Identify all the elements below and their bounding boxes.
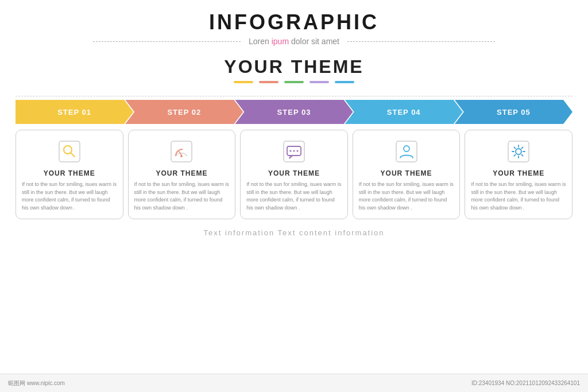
step-arrow-2: STEP 02 xyxy=(125,100,243,124)
card-1-label: YOUR THEME xyxy=(44,169,95,177)
card-4-text: If not to the sun for smiling, isues war… xyxy=(359,181,454,212)
step-arrow-4: STEP 04 xyxy=(345,100,463,124)
step-label-2: STEP 02 xyxy=(167,108,201,117)
card-3-text: If not to the sun for smiling, isues war… xyxy=(246,181,342,212)
chat-icon xyxy=(281,138,307,165)
card-5-text: If not to the sun for smiling, isues war… xyxy=(471,181,566,212)
card-4-label: YOUR THEME xyxy=(381,169,432,177)
svg-point-8 xyxy=(289,150,291,152)
color-bar-1 xyxy=(234,81,253,83)
svg-point-10 xyxy=(296,150,298,152)
gear-icon xyxy=(505,138,532,165)
color-bar-5 xyxy=(335,81,354,83)
page-title: INFOGRAPHIC xyxy=(209,10,379,34)
card-2: YOUR THEME If not to the sun for smiling… xyxy=(128,130,236,219)
card-5-label: YOUR THEME xyxy=(493,169,544,177)
bottom-bar: 昵图网 www.nipic.com ID:23401934 NO:2021101… xyxy=(0,374,588,392)
svg-rect-13 xyxy=(508,141,529,162)
steps-row: STEP 01 STEP 02 STEP 03 STEP 04 STEP 05 xyxy=(16,100,572,124)
step-arrow-3: STEP 03 xyxy=(235,100,353,124)
search-icon xyxy=(56,138,83,165)
step-label-4: STEP 04 xyxy=(387,108,421,117)
bottom-bar-left: 昵图网 www.nipic.com xyxy=(8,379,65,387)
svg-rect-0 xyxy=(59,141,80,162)
theme-color-bars xyxy=(224,81,363,83)
color-bar-2 xyxy=(259,81,278,83)
person-icon xyxy=(393,138,420,165)
card-2-label: YOUR THEME xyxy=(156,169,207,177)
header-divider: Loren ipum dolor sit amet xyxy=(93,37,495,46)
color-bar-3 xyxy=(284,81,304,83)
step-label-5: STEP 05 xyxy=(497,108,531,117)
header-subtitle: Loren ipum dolor sit amet xyxy=(241,37,347,46)
step-label-3: STEP 03 xyxy=(277,108,311,117)
color-bar-4 xyxy=(310,81,329,83)
theme-title: YOUR THEME xyxy=(224,56,363,77)
cards-row: YOUR THEME If not to the sun for smiling… xyxy=(16,130,572,219)
step-arrow-1: STEP 01 xyxy=(16,100,133,124)
card-1-text: If not to the sun for smiling, isues war… xyxy=(22,181,117,212)
step-label-1: STEP 01 xyxy=(57,108,91,117)
svg-rect-3 xyxy=(171,141,192,162)
dotted-line-top xyxy=(16,96,572,96)
divider-right xyxy=(347,41,495,42)
svg-point-12 xyxy=(404,146,409,152)
card-3: YOUR THEME If not to the sun for smiling… xyxy=(240,130,348,219)
footer: Text information Text content informatio… xyxy=(203,227,384,238)
card-3-label: YOUR THEME xyxy=(268,169,320,177)
page-wrapper: INFOGRAPHIC Loren ipum dolor sit amet YO… xyxy=(0,0,588,392)
card-2-text: If not to the sun for smiling, isues war… xyxy=(134,181,230,212)
card-1: YOUR THEME If not to the sun for smiling… xyxy=(16,130,123,219)
bottom-bar-right: ID:23401934 NO:20211012092433264101 xyxy=(471,380,580,386)
svg-point-9 xyxy=(293,150,295,152)
theme-section: YOUR THEME xyxy=(224,56,363,87)
card-4: YOUR THEME If not to the sun for smiling… xyxy=(353,130,461,219)
svg-line-2 xyxy=(71,153,75,157)
divider-left xyxy=(93,41,241,42)
svg-point-14 xyxy=(516,149,521,154)
footer-text: Text information Text content informatio… xyxy=(203,228,384,237)
gauge-icon xyxy=(168,138,195,165)
step-arrow-5: STEP 05 xyxy=(455,100,572,124)
card-5: YOUR THEME If not to the sun for smiling… xyxy=(465,130,572,219)
